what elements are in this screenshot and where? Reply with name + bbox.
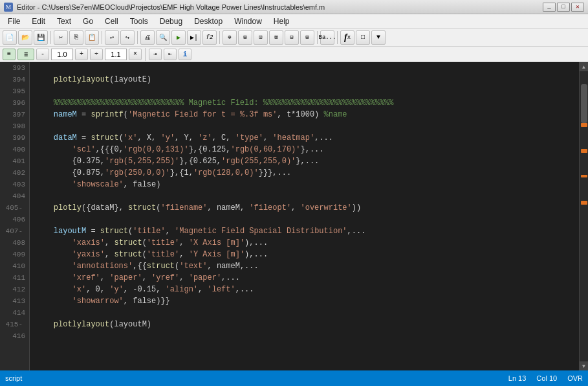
menu-desktop[interactable]: Desktop xyxy=(189,16,228,27)
linenum-404: 404 xyxy=(0,190,29,202)
code-content: plotlylayout(layoutE) %%%%%%%%%%%%%%%%%%… xyxy=(30,62,579,342)
linenum-403: 403 xyxy=(0,179,29,190)
fx-button[interactable]: fx xyxy=(340,30,354,45)
times-button[interactable]: × xyxy=(129,49,142,60)
scroll-marker-4 xyxy=(581,201,587,205)
menu-file[interactable]: File xyxy=(3,16,25,27)
linenum-410: 410 xyxy=(0,260,29,272)
code-line-401: {0.375,'rgb(5,255,255)'},{0.625,'rgb(255… xyxy=(35,155,579,167)
minus-button[interactable]: - xyxy=(36,49,49,60)
code-line-394: plotlylayout(layoutE) xyxy=(35,74,579,85)
scroll-marker-2 xyxy=(581,149,587,153)
redo-button[interactable]: ↪ xyxy=(120,30,135,45)
find-button[interactable]: 🔍 xyxy=(156,30,170,45)
menu-go[interactable]: Go xyxy=(78,16,98,27)
close-button[interactable]: ✕ xyxy=(571,3,584,12)
line-numbers: 393 394 395 396 397 398 399 400 401 402 … xyxy=(0,62,30,370)
linenum-412: 412 xyxy=(0,284,29,295)
scroll-thumb[interactable] xyxy=(581,84,587,123)
breakpoint-button[interactable]: ⊕ xyxy=(223,30,237,45)
linenum-405: 405 - xyxy=(0,202,29,214)
scroll-marker-1 xyxy=(581,123,587,127)
code-line-406 xyxy=(35,214,579,225)
layout-button[interactable]: □ xyxy=(356,30,370,45)
indent-button[interactable]: ⇥ xyxy=(149,49,162,60)
cell-nav-button[interactable]: ≡ xyxy=(3,49,16,60)
cut-button[interactable]: ✂ xyxy=(54,30,68,45)
code-line-415: plotlylayout(layoutM) xyxy=(35,319,579,330)
window-title: Editor - C:\Users\Se7en\MEOCloud\Project… xyxy=(17,3,325,11)
code-editor[interactable]: plotlylayout(layoutE) %%%%%%%%%%%%%%%%%%… xyxy=(30,62,579,370)
arrow-button[interactable]: ▼ xyxy=(371,30,386,45)
step-button[interactable]: ⊞ xyxy=(238,30,252,45)
minimize-button[interactable]: _ xyxy=(543,3,556,12)
menu-cell[interactable]: Cell xyxy=(100,16,124,27)
plus-button[interactable]: + xyxy=(75,49,88,60)
status-bar: script Ln 13 Col 10 OVR xyxy=(0,370,588,386)
menu-help[interactable]: Help xyxy=(268,16,295,27)
status-ln: Ln 13 xyxy=(508,374,527,382)
outdent-button[interactable]: ⇤ xyxy=(164,49,177,60)
status-left: script xyxy=(5,374,22,382)
code-line-410: 'annotations',{{struct('text', nameM,... xyxy=(35,260,579,272)
toolbar-main: 📄 📂 💾 ✂ ⎘ 📋 ↩ ↪ 🖨 🔍 ▶ ▶| f2 ⊕ ⊞ ⊡ ⊠ ⊟ ⊞ … xyxy=(0,28,588,47)
code-line-404 xyxy=(35,190,579,202)
scroll-marker-3 xyxy=(581,175,587,177)
sep2 xyxy=(102,31,102,44)
zoom-input-2[interactable] xyxy=(105,49,127,60)
save-button[interactable]: 💾 xyxy=(34,30,48,45)
code-line-395 xyxy=(35,85,579,97)
scroll-up-button[interactable]: ▲ xyxy=(580,62,589,71)
linenum-401: 401 xyxy=(0,155,29,167)
stop-button[interactable]: ⊠ xyxy=(269,30,283,45)
menu-edit[interactable]: Edit xyxy=(27,16,50,27)
profile-button[interactable]: ⊞ xyxy=(300,30,314,45)
clear-button[interactable]: ⊟ xyxy=(285,30,299,45)
menu-tools[interactable]: Tools xyxy=(125,16,153,27)
linenum-395: 395 xyxy=(0,85,29,97)
sep4 xyxy=(219,31,220,44)
window-controls: _ □ ✕ xyxy=(543,3,584,12)
paste-button[interactable]: 📋 xyxy=(85,30,99,45)
code-line-403: 'showscale', false) xyxy=(35,179,579,190)
code-line-408: 'xaxis', struct('title', 'X Axis [m]'),.… xyxy=(35,237,579,249)
open-file-button[interactable]: 📂 xyxy=(18,30,32,45)
zoom-input-1[interactable] xyxy=(51,49,73,60)
linenum-406: 406 xyxy=(0,214,29,225)
code-line-411: 'xref', 'paper', 'yref', 'paper',... xyxy=(35,272,579,284)
code-line-398 xyxy=(35,120,579,132)
vertical-scrollbar[interactable]: ▲ ▼ xyxy=(579,62,588,370)
linenum-397: 397 xyxy=(0,109,29,120)
cell-style-button[interactable]: ≣ xyxy=(17,49,34,60)
linenum-399: 399 xyxy=(0,132,29,144)
undo-button[interactable]: ↩ xyxy=(105,30,119,45)
menu-debug[interactable]: Debug xyxy=(155,16,188,27)
run-button[interactable]: ▶ xyxy=(171,30,186,45)
linenum-400: 400 xyxy=(0,144,29,155)
copy-button[interactable]: ⎘ xyxy=(69,30,83,45)
scroll-down-button[interactable]: ▼ xyxy=(580,361,589,370)
menu-text[interactable]: Text xyxy=(52,16,76,27)
workspace-btn[interactable]: Ba... xyxy=(320,30,334,45)
scroll-track[interactable] xyxy=(580,71,589,361)
code-line-413: 'showarrow', false)}} xyxy=(35,295,579,307)
f2-button[interactable]: f2 xyxy=(202,30,217,45)
code-line-414 xyxy=(35,307,579,319)
code-line-397: nameM = sprintf('Magnetic Field for t = … xyxy=(35,109,579,120)
code-line-409: 'yaxis', struct('title', 'Y Axis [m]'),.… xyxy=(35,249,579,260)
run-section-button[interactable]: ▶| xyxy=(187,30,201,45)
linenum-411: 411 xyxy=(0,272,29,284)
maximize-button[interactable]: □ xyxy=(557,3,570,12)
linenum-409: 409 xyxy=(0,249,29,260)
status-right: Ln 13 Col 10 OVR xyxy=(508,374,583,382)
continue-button[interactable]: ⊡ xyxy=(254,30,268,45)
print-button[interactable]: 🖨 xyxy=(140,30,155,45)
code-line-416 xyxy=(35,330,579,342)
new-file-button[interactable]: 📄 xyxy=(3,30,17,45)
linenum-407: 407 - xyxy=(0,225,29,237)
div-button[interactable]: ÷ xyxy=(90,49,103,60)
title-bar: M Editor - C:\Users\Se7en\MEOCloud\Proje… xyxy=(0,0,588,14)
menu-window[interactable]: Window xyxy=(229,16,267,27)
info-button[interactable]: i xyxy=(179,49,191,60)
code-line-393 xyxy=(35,62,579,74)
